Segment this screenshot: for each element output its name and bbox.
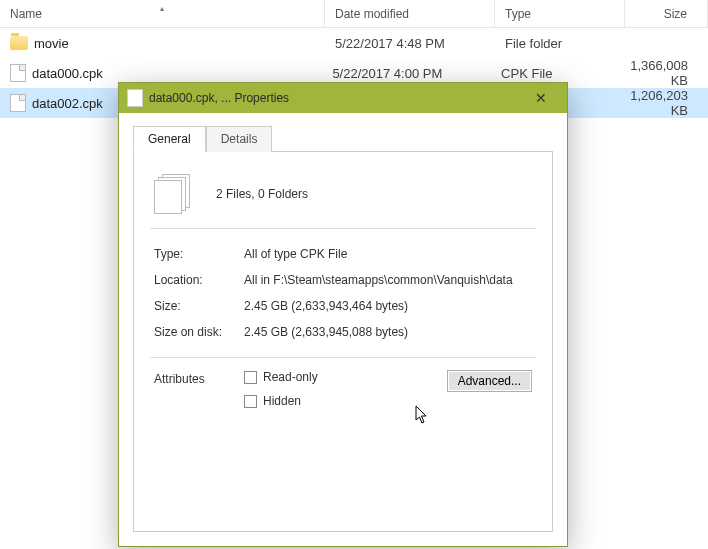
tab-general[interactable]: General xyxy=(133,126,206,152)
tab-details[interactable]: Details xyxy=(206,126,273,152)
close-button[interactable]: ✕ xyxy=(521,86,561,110)
tab-content-general: 2 Files, 0 Folders Type:All of type CPK … xyxy=(133,152,553,532)
advanced-button[interactable]: Advanced... xyxy=(447,370,532,392)
dialog-title: data000.cpk, ... Properties xyxy=(149,91,515,105)
readonly-label: Read-only xyxy=(263,370,318,384)
column-headers: Name▴ Date modified Type Size xyxy=(0,0,708,28)
file-type: File folder xyxy=(495,36,625,51)
location-value: All in F:\Steam\steamapps\common\Vanquis… xyxy=(244,273,532,287)
type-value: All of type CPK File xyxy=(244,247,532,261)
multi-file-icon xyxy=(154,174,194,214)
disk-size-value: 2.45 GB (2,633,945,088 bytes) xyxy=(244,325,532,339)
file-size: 1,366,008 KB xyxy=(620,58,708,88)
size-value: 2.45 GB (2,633,943,464 bytes) xyxy=(244,299,532,313)
location-label: Location: xyxy=(154,273,244,287)
readonly-checkbox[interactable] xyxy=(244,371,257,384)
file-row[interactable]: movie 5/22/2017 4:48 PM File folder xyxy=(0,28,708,58)
file-size: 1,206,203 KB xyxy=(620,88,708,118)
tab-strip: General Details xyxy=(133,125,553,152)
file-type: CPK File xyxy=(491,66,620,81)
header-name[interactable]: Name▴ xyxy=(0,0,325,27)
file-icon xyxy=(10,94,26,112)
document-icon xyxy=(127,89,143,107)
header-size[interactable]: Size xyxy=(625,0,708,27)
size-label: Size: xyxy=(154,299,244,313)
file-name: data002.cpk xyxy=(32,96,103,111)
summary-text: 2 Files, 0 Folders xyxy=(216,187,308,201)
disk-size-label: Size on disk: xyxy=(154,325,244,339)
file-icon xyxy=(10,64,26,82)
file-date: 5/22/2017 4:48 PM xyxy=(325,36,495,51)
sort-caret-icon: ▴ xyxy=(160,4,164,13)
file-date: 5/22/2017 4:00 PM xyxy=(322,66,491,81)
hidden-label: Hidden xyxy=(263,394,301,408)
properties-dialog: data000.cpk, ... Properties ✕ General De… xyxy=(118,82,568,547)
file-name: data000.cpk xyxy=(32,66,103,81)
folder-icon xyxy=(10,36,28,50)
dialog-titlebar[interactable]: data000.cpk, ... Properties ✕ xyxy=(119,83,567,113)
header-type[interactable]: Type xyxy=(495,0,625,27)
file-name: movie xyxy=(34,36,69,51)
type-label: Type: xyxy=(154,247,244,261)
hidden-checkbox[interactable] xyxy=(244,395,257,408)
attributes-label: Attributes xyxy=(154,370,244,386)
header-date[interactable]: Date modified xyxy=(325,0,495,27)
